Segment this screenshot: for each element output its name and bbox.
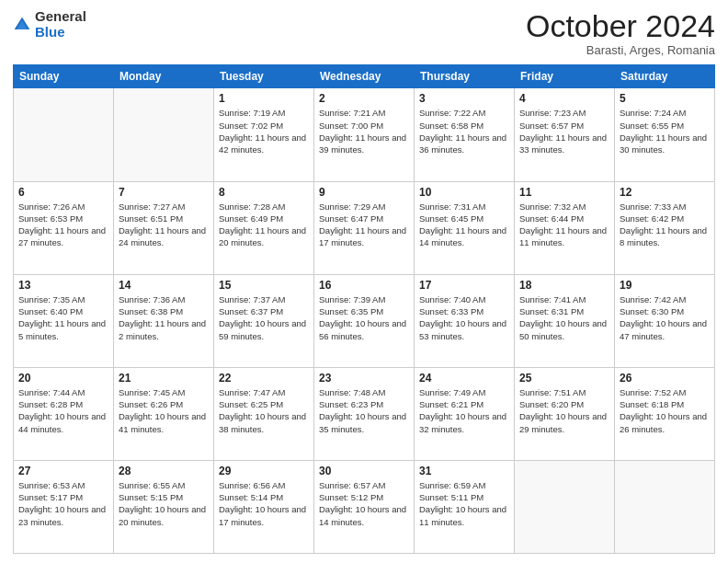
day-number: 31 [419, 465, 509, 477]
day-info: Sunrise: 7:47 AM Sunset: 6:25 PM Dayligh… [219, 386, 309, 435]
calendar-cell: 27Sunrise: 6:53 AM Sunset: 5:17 PM Dayli… [14, 460, 114, 553]
col-sunday: Sunday [14, 65, 114, 88]
calendar-week-3: 13Sunrise: 7:35 AM Sunset: 6:40 PM Dayli… [14, 274, 715, 367]
logo-icon [13, 16, 31, 34]
day-number: 7 [119, 186, 209, 199]
calendar-cell: 20Sunrise: 7:44 AM Sunset: 6:28 PM Dayli… [14, 367, 114, 460]
day-number: 18 [519, 279, 609, 292]
calendar-cell [515, 460, 615, 553]
calendar-cell [14, 88, 114, 181]
day-number: 19 [620, 279, 710, 292]
day-info: Sunrise: 7:49 AM Sunset: 6:21 PM Dayligh… [419, 386, 509, 435]
day-info: Sunrise: 7:19 AM Sunset: 7:02 PM Dayligh… [219, 107, 309, 155]
logo-text: General Blue [35, 9, 86, 40]
day-number: 16 [319, 279, 409, 292]
calendar-cell: 12Sunrise: 7:33 AM Sunset: 6:42 PM Dayli… [615, 181, 715, 274]
calendar-cell: 19Sunrise: 7:42 AM Sunset: 6:30 PM Dayli… [615, 274, 715, 367]
day-number: 5 [620, 92, 710, 105]
day-info: Sunrise: 7:24 AM Sunset: 6:55 PM Dayligh… [620, 107, 710, 155]
calendar-cell: 26Sunrise: 7:52 AM Sunset: 6:18 PM Dayli… [615, 367, 715, 460]
logo: General Blue [13, 9, 86, 40]
day-info: Sunrise: 7:31 AM Sunset: 6:45 PM Dayligh… [419, 201, 509, 249]
calendar-week-2: 6Sunrise: 7:26 AM Sunset: 6:53 PM Daylig… [14, 181, 715, 274]
col-thursday: Thursday [415, 65, 515, 88]
day-number: 15 [219, 279, 309, 292]
calendar-cell: 29Sunrise: 6:56 AM Sunset: 5:14 PM Dayli… [214, 460, 314, 553]
day-number: 29 [219, 465, 309, 477]
day-info: Sunrise: 7:22 AM Sunset: 6:58 PM Dayligh… [419, 107, 509, 155]
calendar-cell: 17Sunrise: 7:40 AM Sunset: 6:33 PM Dayli… [415, 274, 515, 367]
day-info: Sunrise: 7:36 AM Sunset: 6:38 PM Dayligh… [119, 293, 209, 342]
day-info: Sunrise: 7:42 AM Sunset: 6:30 PM Dayligh… [620, 293, 710, 342]
day-number: 12 [620, 186, 710, 199]
calendar-cell: 18Sunrise: 7:41 AM Sunset: 6:31 PM Dayli… [515, 274, 615, 367]
day-info: Sunrise: 7:44 AM Sunset: 6:28 PM Dayligh… [18, 386, 108, 435]
day-info: Sunrise: 7:28 AM Sunset: 6:49 PM Dayligh… [219, 201, 309, 249]
calendar-cell: 28Sunrise: 6:55 AM Sunset: 5:15 PM Dayli… [114, 460, 214, 553]
calendar-cell: 23Sunrise: 7:48 AM Sunset: 6:23 PM Dayli… [314, 367, 415, 460]
subtitle: Barasti, Arges, Romania [526, 43, 715, 57]
day-number: 13 [18, 279, 108, 292]
day-number: 30 [319, 465, 409, 477]
calendar-cell: 7Sunrise: 7:27 AM Sunset: 6:51 PM Daylig… [114, 181, 214, 274]
day-number: 1 [219, 92, 309, 105]
day-number: 17 [419, 279, 509, 292]
day-info: Sunrise: 6:55 AM Sunset: 5:15 PM Dayligh… [119, 479, 209, 528]
day-info: Sunrise: 7:39 AM Sunset: 6:35 PM Dayligh… [319, 293, 409, 342]
calendar-cell: 9Sunrise: 7:29 AM Sunset: 6:47 PM Daylig… [314, 181, 415, 274]
calendar-cell: 4Sunrise: 7:23 AM Sunset: 6:57 PM Daylig… [515, 88, 615, 181]
day-info: Sunrise: 7:21 AM Sunset: 7:00 PM Dayligh… [319, 107, 409, 155]
calendar-cell: 2Sunrise: 7:21 AM Sunset: 7:00 PM Daylig… [314, 88, 415, 181]
calendar-cell: 5Sunrise: 7:24 AM Sunset: 6:55 PM Daylig… [615, 88, 715, 181]
day-info: Sunrise: 7:23 AM Sunset: 6:57 PM Dayligh… [519, 107, 609, 155]
day-number: 21 [119, 372, 209, 385]
day-number: 25 [519, 372, 609, 385]
calendar-cell [114, 88, 214, 181]
calendar-week-5: 27Sunrise: 6:53 AM Sunset: 5:17 PM Dayli… [14, 460, 715, 553]
calendar-cell: 14Sunrise: 7:36 AM Sunset: 6:38 PM Dayli… [114, 274, 214, 367]
day-info: Sunrise: 7:37 AM Sunset: 6:37 PM Dayligh… [219, 293, 309, 342]
day-number: 26 [620, 372, 710, 385]
calendar-cell: 21Sunrise: 7:45 AM Sunset: 6:26 PM Dayli… [114, 367, 214, 460]
calendar-cell: 31Sunrise: 6:59 AM Sunset: 5:11 PM Dayli… [415, 460, 515, 553]
calendar-cell [615, 460, 715, 553]
calendar-week-4: 20Sunrise: 7:44 AM Sunset: 6:28 PM Dayli… [14, 367, 715, 460]
calendar-cell: 22Sunrise: 7:47 AM Sunset: 6:25 PM Dayli… [214, 367, 314, 460]
col-monday: Monday [114, 65, 214, 88]
calendar-cell: 13Sunrise: 7:35 AM Sunset: 6:40 PM Dayli… [14, 274, 114, 367]
calendar-week-1: 1Sunrise: 7:19 AM Sunset: 7:02 PM Daylig… [14, 88, 715, 181]
col-tuesday: Tuesday [214, 65, 314, 88]
col-friday: Friday [515, 65, 615, 88]
day-info: Sunrise: 7:26 AM Sunset: 6:53 PM Dayligh… [18, 201, 108, 249]
calendar-cell: 10Sunrise: 7:31 AM Sunset: 6:45 PM Dayli… [415, 181, 515, 274]
day-number: 3 [419, 92, 509, 105]
day-info: Sunrise: 7:52 AM Sunset: 6:18 PM Dayligh… [620, 386, 710, 435]
month-title: October 2024 [526, 9, 715, 43]
day-number: 11 [519, 186, 609, 199]
day-info: Sunrise: 6:59 AM Sunset: 5:11 PM Dayligh… [419, 479, 509, 528]
day-info: Sunrise: 7:35 AM Sunset: 6:40 PM Dayligh… [18, 293, 108, 342]
calendar-cell: 3Sunrise: 7:22 AM Sunset: 6:58 PM Daylig… [415, 88, 515, 181]
day-number: 14 [119, 279, 209, 292]
logo-blue: Blue [35, 24, 65, 40]
day-info: Sunrise: 7:40 AM Sunset: 6:33 PM Dayligh… [419, 293, 509, 342]
day-number: 28 [119, 465, 209, 477]
title-block: October 2024 Barasti, Arges, Romania [526, 9, 715, 57]
day-number: 9 [319, 186, 409, 199]
day-info: Sunrise: 6:56 AM Sunset: 5:14 PM Dayligh… [219, 479, 309, 528]
col-saturday: Saturday [615, 65, 715, 88]
day-info: Sunrise: 7:41 AM Sunset: 6:31 PM Dayligh… [519, 293, 609, 342]
calendar-cell: 15Sunrise: 7:37 AM Sunset: 6:37 PM Dayli… [214, 274, 314, 367]
calendar-table: Sunday Monday Tuesday Wednesday Thursday… [13, 64, 715, 554]
day-number: 20 [18, 372, 108, 385]
calendar-cell: 6Sunrise: 7:26 AM Sunset: 6:53 PM Daylig… [14, 181, 114, 274]
day-info: Sunrise: 7:32 AM Sunset: 6:44 PM Dayligh… [519, 201, 609, 249]
day-info: Sunrise: 7:51 AM Sunset: 6:20 PM Dayligh… [519, 386, 609, 435]
day-number: 8 [219, 186, 309, 199]
day-info: Sunrise: 7:33 AM Sunset: 6:42 PM Dayligh… [620, 201, 710, 249]
day-info: Sunrise: 7:45 AM Sunset: 6:26 PM Dayligh… [119, 386, 209, 435]
day-number: 10 [419, 186, 509, 199]
day-info: Sunrise: 7:27 AM Sunset: 6:51 PM Dayligh… [119, 201, 209, 249]
calendar-cell: 25Sunrise: 7:51 AM Sunset: 6:20 PM Dayli… [515, 367, 615, 460]
page: General Blue October 2024 Barasti, Arges… [0, 0, 728, 563]
